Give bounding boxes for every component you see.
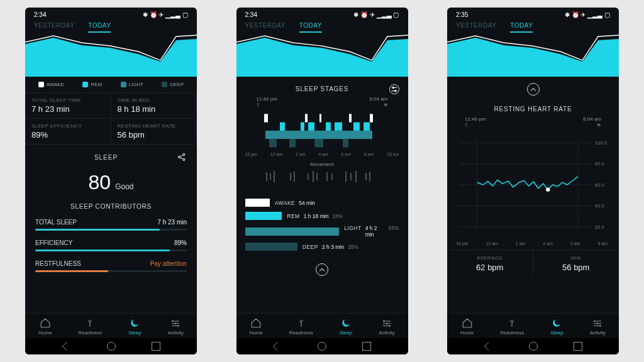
share-icon[interactable] bbox=[177, 152, 187, 162]
svg-point-71 bbox=[594, 321, 596, 322]
contributors-title: SLEEP CONTRIBUTORS bbox=[35, 203, 187, 210]
svg-point-72 bbox=[597, 323, 599, 324]
system-nav bbox=[447, 338, 619, 354]
stat-total-sleep[interactable]: TOTAL SLEEP TIME 7 h 23 min bbox=[25, 93, 111, 119]
chevron-up-icon bbox=[319, 268, 325, 273]
nav-sleep[interactable]: Sleep bbox=[550, 317, 563, 336]
svg-text:60.0: 60.0 bbox=[595, 182, 604, 188]
stage-bar-deep[interactable]: DEEP2 h 3 min28% bbox=[245, 243, 399, 251]
status-indicators: ✱ ⏰ ✈ ▁▂▃ ▢ bbox=[565, 11, 610, 18]
nav-readiness[interactable]: Readiness bbox=[500, 317, 524, 336]
hr-time-range: 11:46 pm☾ 8:04 am☀ bbox=[447, 116, 619, 128]
sys-recents-button[interactable] bbox=[152, 342, 160, 351]
status-bar: 2:34 ✱ ⏰ ✈ ▁▂▃ ▢ bbox=[236, 8, 408, 19]
bottom-nav: Home Readiness Sleep Activity bbox=[25, 313, 197, 338]
svg-text:20.0: 20.0 bbox=[595, 224, 604, 230]
tab-today[interactable]: TODAY bbox=[88, 22, 111, 29]
nav-home[interactable]: Home bbox=[250, 317, 263, 336]
svg-rect-24 bbox=[265, 131, 372, 139]
svg-rect-33 bbox=[305, 114, 308, 122]
svg-rect-30 bbox=[353, 123, 360, 131]
status-time: 2:35 bbox=[456, 11, 468, 18]
day-tabs: YESTERDAY TODAY bbox=[236, 19, 408, 34]
hr-line-chart[interactable]: 100.0 80.0 60.0 40.0 20.0 bbox=[447, 128, 619, 241]
expand-up-button[interactable] bbox=[316, 263, 328, 276]
hr-stat-avg[interactable]: AVERAGE 62 bpm bbox=[447, 250, 533, 277]
sys-back-button[interactable] bbox=[484, 342, 493, 351]
legend-awake: AWAKE bbox=[38, 82, 64, 87]
hr-stats: AVERAGE 62 bpm MIN 56 bpm bbox=[447, 250, 619, 277]
sleep-area-chart[interactable] bbox=[447, 34, 619, 77]
phone-screen-sleep-stages: 2:34 ✱ ⏰ ✈ ▁▂▃ ▢ YESTERDAY TODAY SLEEP S… bbox=[236, 8, 408, 354]
sys-home-button[interactable] bbox=[107, 342, 116, 351]
sys-home-button[interactable] bbox=[318, 342, 326, 351]
sys-recents-button[interactable] bbox=[574, 342, 582, 351]
day-tabs: YESTERDAY TODAY bbox=[447, 19, 619, 34]
nav-sleep[interactable]: Sleep bbox=[128, 317, 141, 336]
nav-home[interactable]: Home bbox=[460, 317, 474, 336]
nav-activity[interactable]: Activity bbox=[168, 317, 184, 336]
nav-readiness[interactable]: Readiness bbox=[289, 317, 313, 336]
sys-home-button[interactable] bbox=[529, 342, 538, 351]
svg-line-7 bbox=[180, 158, 183, 160]
tab-today[interactable]: TODAY bbox=[510, 22, 533, 29]
tab-today[interactable]: TODAY bbox=[299, 22, 322, 29]
stat-efficiency[interactable]: SLEEP EFFICIENCY 89% bbox=[25, 119, 111, 145]
collapse-up-button[interactable] bbox=[527, 83, 540, 96]
status-indicators: ✱ ⏰ ✈ ▁▂▃ ▢ bbox=[143, 11, 188, 18]
svg-point-8 bbox=[172, 321, 174, 322]
hr-stat-min[interactable]: MIN 56 bpm bbox=[533, 250, 619, 277]
svg-rect-23 bbox=[343, 139, 348, 147]
stage-bar-awake[interactable]: AWAKE54 min bbox=[245, 199, 399, 207]
stage-bar-rem[interactable]: REM1 h 18 min18% bbox=[245, 212, 399, 220]
score-title: SLEEP bbox=[94, 154, 118, 161]
sys-back-button[interactable] bbox=[273, 342, 282, 351]
stage-bar-light[interactable]: LIGHT4 h 2 min55% bbox=[245, 225, 399, 238]
contrib-total-sleep[interactable]: TOTAL SLEEP7 h 23 min bbox=[35, 219, 187, 231]
sleep-area-chart[interactable] bbox=[25, 34, 197, 77]
sleep-score: 80 Good bbox=[35, 171, 187, 194]
bottom-nav: Home Readiness Sleep Activity bbox=[447, 313, 619, 338]
sys-recents-button[interactable] bbox=[362, 342, 371, 351]
sleep-area-chart[interactable] bbox=[236, 34, 408, 77]
tab-yesterday[interactable]: YESTERDAY bbox=[245, 22, 286, 29]
movement-chart[interactable] bbox=[245, 170, 399, 184]
stat-time-in-bed[interactable]: TIME IN BED 8 h 18 min bbox=[111, 93, 197, 119]
system-nav bbox=[25, 338, 197, 354]
nav-home[interactable]: Home bbox=[38, 317, 52, 336]
sys-back-button[interactable] bbox=[62, 342, 71, 351]
svg-point-54 bbox=[389, 326, 391, 327]
score-section: SLEEP 80 Good SLEEP CONTRIBUTORS bbox=[25, 145, 197, 212]
day-tabs: YESTERDAY TODAY bbox=[25, 19, 197, 34]
svg-rect-22 bbox=[314, 139, 323, 147]
hr-xaxis: 10 pm 12 am 2 am 4 am 6 am 8 am bbox=[447, 241, 619, 246]
chevron-up-icon bbox=[530, 87, 535, 92]
nav-sleep[interactable]: Sleep bbox=[340, 317, 352, 336]
status-time: 2:34 bbox=[34, 11, 46, 18]
contrib-efficiency[interactable]: EFFICIENCY89% bbox=[35, 239, 187, 251]
phone-screen-heart-rate: 2:35 ✱ ⏰ ✈ ▁▂▃ ▢ YESTERDAY TODAY RESTING… bbox=[447, 8, 619, 354]
stages-time-range: 11:46 pm☾ 8:04 am☀ bbox=[236, 96, 408, 108]
legend-rem: REM bbox=[82, 82, 102, 87]
tab-yesterday[interactable]: YESTERDAY bbox=[34, 22, 74, 29]
filter-icon[interactable] bbox=[389, 84, 399, 94]
svg-text:100.0: 100.0 bbox=[595, 140, 607, 146]
legend: AWAKE REM LIGHT DEEP bbox=[25, 79, 197, 92]
svg-rect-34 bbox=[319, 114, 321, 122]
svg-point-53 bbox=[386, 323, 387, 324]
nav-activity[interactable]: Activity bbox=[590, 317, 606, 336]
contrib-restfulness[interactable]: RESTFULNESSPay attention bbox=[35, 260, 187, 272]
stage-breakdown: AWAKE54 min REM1 h 18 min18% LIGHT4 h 2 … bbox=[236, 186, 408, 260]
svg-point-4 bbox=[183, 153, 185, 155]
stages-xaxis: 10 pm 12 am 2 am 4 am 6 am 8 am 10 am bbox=[236, 152, 408, 156]
nav-readiness[interactable]: Readiness bbox=[78, 317, 102, 336]
nav-activity[interactable]: Activity bbox=[379, 317, 394, 336]
hr-title: RESTING HEART RATE bbox=[447, 99, 619, 116]
stages-title: SLEEP STAGES bbox=[236, 79, 408, 96]
hypnogram-chart[interactable] bbox=[236, 108, 408, 152]
status-indicators: ✱ ⏰ ✈ ▁▂▃ ▢ bbox=[353, 11, 399, 18]
system-nav bbox=[236, 338, 408, 354]
tab-yesterday[interactable]: YESTERDAY bbox=[456, 22, 496, 29]
svg-rect-31 bbox=[364, 123, 370, 131]
stat-rhr[interactable]: RESTING HEART RATE 56 bpm bbox=[111, 119, 197, 145]
